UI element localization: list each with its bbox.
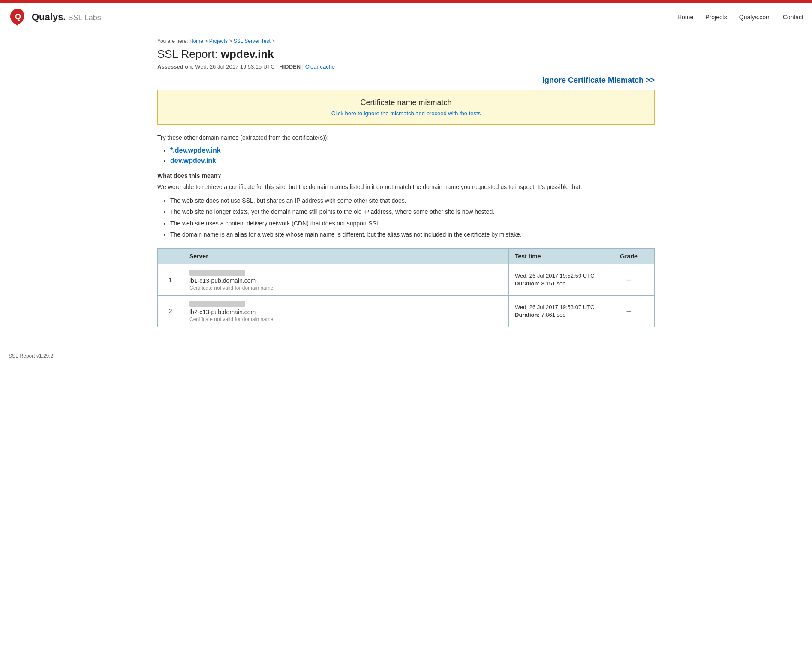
warning-box: Certificate name mismatch Click here to … bbox=[157, 90, 655, 125]
domain-section-text: Try these other domain names (extracted … bbox=[157, 133, 655, 142]
warning-ignore-link[interactable]: Click here to ignore the mismatch and pr… bbox=[331, 110, 481, 117]
table-row: 1 lb1-c13-pub.domain.com Certificate not… bbox=[158, 264, 655, 295]
server-name-1: lb1-c13-pub.domain.com bbox=[189, 277, 502, 284]
ip-blur-2 bbox=[189, 301, 245, 307]
domain-link-wildcard[interactable]: *.dev.wpdev.ink bbox=[170, 147, 221, 154]
footer-version: SSL Report v1.29.2 bbox=[9, 353, 53, 359]
breadcrumb-ssl-server-test[interactable]: SSL Server Test bbox=[234, 38, 271, 44]
duration-label-2: Duration: bbox=[515, 312, 540, 318]
breadcrumb-projects[interactable]: Projects bbox=[209, 38, 228, 44]
grade-cell-1: – bbox=[603, 264, 655, 295]
duration-value-2: 7.861 sec bbox=[541, 312, 565, 318]
header: Q Qualys. SSL Labs Home Projects Qualys.… bbox=[0, 3, 812, 32]
nav-projects[interactable]: Projects bbox=[705, 14, 727, 21]
svg-text:Q: Q bbox=[15, 12, 21, 21]
logo-area: Q Qualys. SSL Labs bbox=[9, 8, 101, 27]
cert-warning-2: Certificate not valid for domain name bbox=[189, 316, 502, 322]
server-cell-2: lb2-c13-pub.domain.com Certificate not v… bbox=[183, 295, 509, 327]
duration-2: Duration: 7.861 sec bbox=[515, 312, 597, 318]
server-name-2: lb2-c13-pub.domain.com bbox=[189, 309, 502, 315]
page-title-domain: wpdev.ink bbox=[221, 48, 274, 60]
domain-link-dev[interactable]: dev.wpdev.ink bbox=[170, 157, 216, 164]
col-header-grade: Grade bbox=[603, 248, 655, 264]
server-table: Server Test time Grade 1 lb1-c13-pub.dom… bbox=[157, 248, 655, 327]
breadcrumb-prefix: You are here: bbox=[157, 38, 188, 44]
main-content: You are here: Home > Projects > SSL Serv… bbox=[149, 32, 663, 340]
assessed-on: Assessed on: Wed, 26 Jul 2017 19:53:15 U… bbox=[157, 63, 655, 70]
qualys-logo-icon: Q bbox=[9, 8, 27, 27]
cert-warning-1: Certificate not valid for domain name bbox=[189, 285, 502, 291]
test-time-1: Wed, 26 Jul 2017 19:52:59 UTC bbox=[515, 273, 597, 279]
duration-label-1: Duration: bbox=[515, 280, 540, 287]
list-item: The web site no longer exists, yet the d… bbox=[170, 207, 655, 216]
domain-list: *.dev.wpdev.ink dev.wpdev.ink bbox=[170, 147, 655, 165]
logo-sub: SSL Labs bbox=[66, 13, 101, 22]
duration-1: Duration: 8.151 sec bbox=[515, 280, 597, 287]
footer: SSL Report v1.29.2 bbox=[0, 347, 812, 365]
server-cell-1: lb1-c13-pub.domain.com Certificate not v… bbox=[183, 264, 509, 295]
list-item: The web site does not use SSL, but share… bbox=[170, 196, 655, 205]
nav-home[interactable]: Home bbox=[677, 14, 693, 21]
assessed-date: Wed, 26 Jul 2017 19:53:15 UTC bbox=[195, 63, 275, 70]
what-description: We were able to retrieve a certificate f… bbox=[157, 183, 655, 192]
assessed-label: Assessed on: bbox=[157, 63, 194, 70]
warning-title: Certificate name mismatch bbox=[166, 98, 646, 107]
page-title: SSL Report: wpdev.ink bbox=[157, 48, 655, 61]
logo-name: Qualys. bbox=[32, 12, 66, 22]
col-header-num bbox=[158, 248, 183, 264]
test-time-cell-1: Wed, 26 Jul 2017 19:52:59 UTC Duration: … bbox=[509, 264, 603, 295]
what-title: What does this mean? bbox=[157, 172, 655, 179]
ignore-mismatch-link[interactable]: Ignore Certificate Mismatch >> bbox=[542, 76, 655, 84]
bullet-list: The web site does not use SSL, but share… bbox=[170, 196, 655, 240]
table-header-row: Server Test time Grade bbox=[158, 248, 655, 264]
col-header-testtime: Test time bbox=[509, 248, 603, 264]
page-title-prefix: SSL Report: bbox=[157, 48, 221, 60]
main-nav: Home Projects Qualys.com Contact bbox=[677, 14, 803, 21]
list-item: dev.wpdev.ink bbox=[170, 157, 655, 165]
nav-qualys[interactable]: Qualys.com bbox=[739, 14, 771, 21]
grade-cell-2: – bbox=[603, 295, 655, 327]
test-time-2: Wed, 26 Jul 2017 19:53:07 UTC bbox=[515, 304, 597, 310]
col-header-server: Server bbox=[183, 248, 509, 264]
breadcrumb-home[interactable]: Home bbox=[189, 38, 203, 44]
breadcrumb: You are here: Home > Projects > SSL Serv… bbox=[157, 38, 655, 44]
table-row: 2 lb2-c13-pub.domain.com Certificate not… bbox=[158, 295, 655, 327]
list-item: The web site uses a content delivery net… bbox=[170, 219, 655, 228]
ignore-mismatch-container: Ignore Certificate Mismatch >> bbox=[157, 76, 655, 85]
row-num-2: 2 bbox=[158, 295, 183, 327]
logo-text-area: Qualys. SSL Labs bbox=[32, 12, 101, 23]
nav-contact[interactable]: Contact bbox=[783, 14, 803, 21]
duration-value-1: 8.151 sec bbox=[541, 280, 565, 287]
hidden-badge: HIDDEN bbox=[279, 63, 301, 70]
list-item: *.dev.wpdev.ink bbox=[170, 147, 655, 154]
list-item: The domain name is an alias for a web si… bbox=[170, 230, 655, 239]
test-time-cell-2: Wed, 26 Jul 2017 19:53:07 UTC Duration: … bbox=[509, 295, 603, 327]
ip-blur-1 bbox=[189, 270, 245, 276]
clear-cache-link[interactable]: Clear cache bbox=[305, 63, 335, 70]
row-num-1: 1 bbox=[158, 264, 183, 295]
